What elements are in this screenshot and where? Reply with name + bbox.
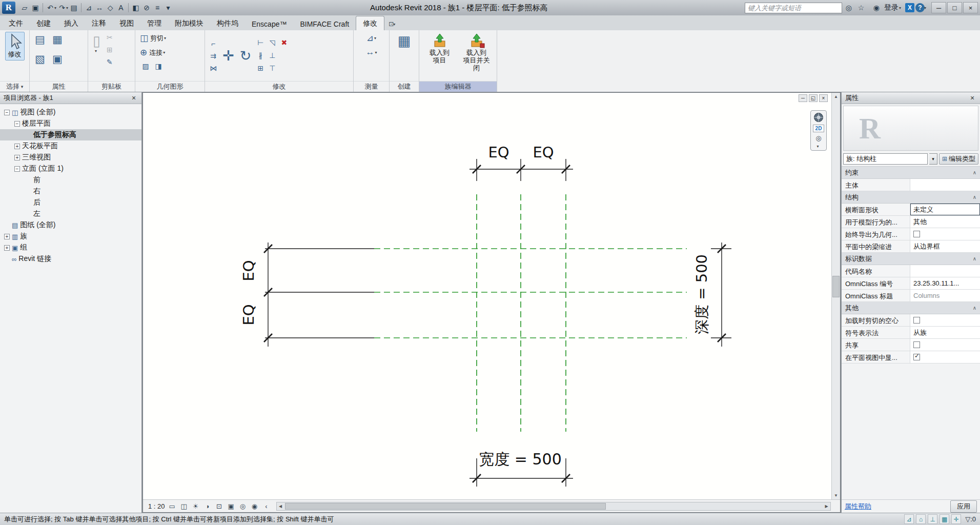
split-face-icon[interactable]: ▨ — [140, 60, 151, 72]
maximize-button[interactable]: □ — [947, 2, 962, 13]
geometry-panel-label[interactable]: 几何图形 — [135, 81, 205, 92]
match-type-icon[interactable]: ✎ — [104, 56, 115, 68]
measure-icon[interactable]: ⊿ — [84, 2, 94, 13]
tree-item-front[interactable]: 前 — [0, 174, 141, 186]
copy-icon[interactable]: ⊞ — [104, 44, 115, 55]
redo-caret-icon[interactable]: ▾ — [66, 6, 68, 10]
param-row-section-shape[interactable]: 横断面形状 未定义 — [842, 204, 980, 216]
favorites-icon[interactable]: ☆ — [855, 2, 867, 13]
zoom-icon[interactable]: ◎ — [815, 134, 821, 142]
open-file-icon[interactable]: ▱ — [19, 2, 30, 13]
viewbar-collapse-icon[interactable]: ‹ — [262, 501, 271, 511]
undo-icon[interactable]: ↶ — [45, 2, 55, 13]
tab-view[interactable]: 视图 — [113, 16, 140, 30]
select-panel-label[interactable]: 选择 ▾ — [0, 81, 29, 92]
minimize-button[interactable]: ─ — [931, 2, 946, 13]
vertical-scrollbar[interactable]: ▲ ▼ — [831, 93, 840, 499]
help-menu-caret-icon[interactable]: ▾ — [924, 6, 926, 10]
view-restore-icon[interactable]: ◱ — [809, 94, 818, 102]
group-other[interactable]: 其他 ∧ — [842, 302, 980, 314]
tree-item-views[interactable]: − ◫ 视图 (全部) — [0, 107, 141, 118]
type-selector-combo[interactable]: 族: 结构柱 — [843, 153, 928, 165]
group-constraints[interactable]: 约束 ∧ — [842, 167, 980, 179]
visual-style-icon[interactable]: ◫ — [179, 501, 189, 511]
2d-wheel-icon[interactable]: 2D — [813, 125, 825, 132]
param-row-always-export[interactable]: 始终导出为几何... — [842, 228, 980, 240]
checkbox[interactable] — [913, 231, 920, 237]
thin-lines-icon[interactable]: ≡ — [152, 2, 162, 13]
tab-create[interactable]: 创建 — [30, 16, 57, 30]
close-button[interactable]: × — [963, 2, 978, 13]
edit-type-button[interactable]: ⊞ 编辑类型 — [939, 153, 978, 165]
navbar-caret-icon[interactable]: ▾ — [816, 144, 819, 149]
mirror-icon[interactable]: ⋈ — [208, 63, 219, 74]
scroll-left-icon[interactable]: ◀ — [277, 502, 284, 510]
modify-button[interactable]: 修改 — [5, 32, 25, 60]
show-crop-region-icon[interactable]: ▣ — [227, 501, 236, 511]
sun-path-icon[interactable]: ☀ — [191, 501, 200, 511]
select-elements-by-face-icon[interactable]: ▦ — [940, 514, 949, 524]
param-row-beam-setback[interactable]: 平面中的梁缩进 从边界框 — [842, 240, 980, 253]
expander-icon[interactable]: + — [4, 245, 10, 251]
horizontal-scrollbar[interactable]: ◀ ▶ — [276, 502, 831, 511]
collapse-chevron-icon[interactable]: ∧ — [973, 256, 976, 261]
checkbox[interactable] — [913, 317, 920, 324]
help-icon[interactable]: ? — [915, 3, 925, 12]
dimension-button[interactable]: ↔ ▾ — [363, 46, 379, 58]
properties-help-link[interactable]: 属性帮助 — [845, 502, 871, 511]
sheet-size-icon[interactable]: ▭ — [168, 501, 177, 511]
default-3d-view-icon[interactable]: ◧ — [131, 2, 141, 13]
checkbox[interactable] — [913, 354, 920, 360]
scale-icon[interactable]: ◹ — [267, 37, 278, 48]
app-menu-button[interactable]: R — [2, 2, 15, 14]
tab-annotate[interactable]: 注释 — [85, 16, 113, 30]
load-into-project-button[interactable]: 载入到 项目 — [422, 32, 457, 66]
param-row-omniclass-title[interactable]: OmniClass 标题 Columns — [842, 290, 980, 302]
tree-item-left[interactable]: 左 — [0, 208, 141, 219]
align-icon[interactable]: ⌐ — [208, 38, 219, 49]
tab-modify[interactable]: 修改 — [356, 16, 384, 30]
aligned-dimension-icon[interactable]: ↔ — [94, 2, 105, 13]
tab-file[interactable]: 文件 — [2, 16, 30, 30]
tree-item-sheets[interactable]: ▤ 图纸 (全部) — [0, 219, 141, 231]
tree-item-floor-plans[interactable]: − 楼层平面 — [0, 118, 141, 129]
tree-item-families[interactable]: + ▥ 族 — [0, 231, 141, 242]
tree-item-groups[interactable]: + ▣ 组 — [0, 242, 141, 253]
exchange-apps-icon[interactable]: X — [905, 3, 914, 12]
sign-in-button[interactable]: ◉ 登录 ▾ — [868, 2, 904, 13]
collapse-chevron-icon[interactable]: ∧ — [973, 194, 976, 200]
ribbon-display-toggle[interactable]: ⊡ ▾ — [389, 21, 395, 30]
cut-geometry-button[interactable]: ◫ 剪切 ▾ — [138, 32, 202, 45]
tab-enscape[interactable]: Enscape™ — [245, 17, 293, 30]
collapse-chevron-icon[interactable]: ∧ — [973, 305, 976, 311]
view-scale[interactable]: 1 : 20 — [148, 502, 165, 510]
select-links-icon[interactable]: ⊿ — [904, 514, 914, 524]
tag-by-category-icon[interactable]: ◇ — [105, 2, 115, 13]
crop-view-icon[interactable]: ⊡ — [215, 501, 224, 511]
family-category-parameters-icon[interactable]: ▧ — [33, 52, 47, 66]
move-button[interactable]: ✛ — [220, 47, 236, 65]
expander-icon[interactable]: + — [14, 144, 20, 149]
scroll-right-icon[interactable]: ▶ — [823, 502, 830, 510]
expander-icon[interactable]: + — [14, 155, 20, 160]
cut-icon[interactable]: ✂ — [104, 32, 115, 43]
dimensions[interactable] — [264, 159, 731, 487]
tab-insert[interactable]: 插入 — [57, 16, 85, 30]
collapse-chevron-icon[interactable]: ∧ — [973, 170, 976, 175]
dimension-labels[interactable]: EQ EQ EQ EQ 深度 = 500 宽度 = 500 — [240, 144, 710, 468]
filter-count[interactable]: ▽:0 — [965, 515, 976, 523]
tree-item-elevations[interactable]: − 立面 (立面 1) — [0, 163, 141, 174]
tree-item-revit-links[interactable]: ∞ Revit 链接 — [0, 253, 141, 265]
paint-icon[interactable]: ◨ — [153, 60, 164, 72]
scroll-down-icon[interactable]: ▼ — [832, 492, 840, 499]
type-selector-caret-icon[interactable]: ▾ — [929, 153, 937, 165]
load-into-project-and-close-button[interactable]: 载入到 项目并关闭 — [459, 32, 494, 73]
vertical-scroll-thumb[interactable] — [832, 276, 840, 297]
drawing-area[interactable]: EQ EQ EQ EQ 深度 = 500 宽度 = 500 — [143, 93, 832, 500]
properties-palette-icon[interactable]: ▤ — [33, 32, 47, 47]
tree-item-back[interactable]: 后 — [0, 197, 141, 208]
reveal-hidden-elements-icon[interactable]: ◉ — [250, 501, 259, 511]
array-icon[interactable]: ⊞ — [255, 63, 266, 74]
rotate-button[interactable]: ↻ — [238, 47, 254, 65]
join-geometry-button[interactable]: ⊕ 连接 ▾ — [138, 46, 202, 59]
